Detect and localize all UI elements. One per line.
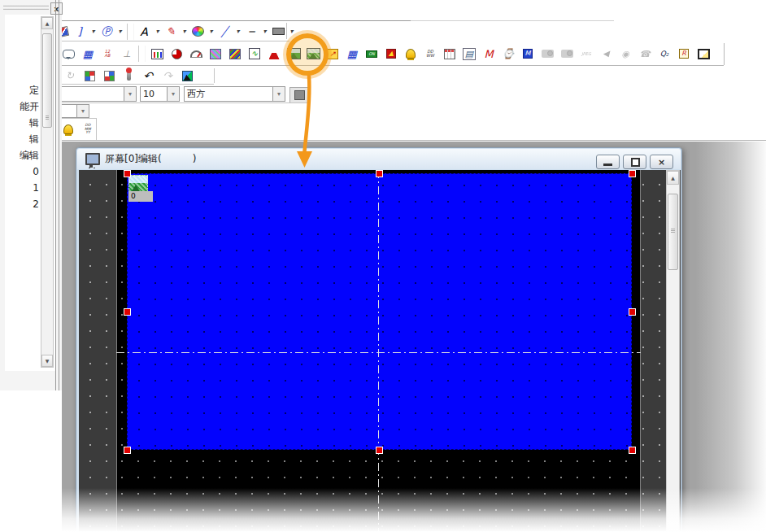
pin-button[interactable] bbox=[119, 66, 138, 85]
xy-plot-button[interactable]: ↗ bbox=[323, 44, 342, 63]
sidebar-item[interactable]: 0 bbox=[5, 164, 39, 180]
selection-handle[interactable] bbox=[629, 309, 635, 315]
group-button[interactable] bbox=[80, 66, 99, 85]
ruler-tool-button[interactable]: ] bbox=[72, 23, 88, 41]
date-week-button[interactable]: DD WW bbox=[420, 44, 440, 63]
panel-divider-2[interactable] bbox=[59, 0, 59, 390]
charset-caret-icon[interactable]: ▾ bbox=[272, 87, 285, 101]
canvas-vscrollbar[interactable]: ▲ bbox=[666, 170, 680, 531]
scroll-down-icon[interactable]: ▼ bbox=[41, 355, 53, 367]
flask-button[interactable] bbox=[264, 44, 284, 63]
meter-button[interactable] bbox=[186, 44, 206, 63]
keypad-display-button[interactable]: ▦ bbox=[78, 44, 98, 63]
recipe-box-button[interactable]: R bbox=[674, 44, 694, 63]
handset-button[interactable]: ☎ bbox=[635, 44, 655, 63]
rotate-right-button[interactable]: ↻ bbox=[60, 66, 80, 85]
selection-handle[interactable] bbox=[629, 171, 635, 177]
selection-handle[interactable] bbox=[124, 309, 130, 315]
image-2-button[interactable] bbox=[303, 44, 323, 63]
mail-part-button[interactable]: M bbox=[479, 44, 498, 63]
ascii-display-button[interactable]: 12 AB bbox=[98, 44, 117, 63]
font-name-caret-icon[interactable]: ▾ bbox=[124, 87, 136, 101]
selection-handle[interactable] bbox=[376, 171, 382, 177]
charset-combo[interactable]: 西方 ▾ bbox=[184, 86, 285, 102]
p-mark-tool-button[interactable]: Ⓟ bbox=[98, 23, 115, 41]
pattern-1-button[interactable] bbox=[206, 44, 225, 63]
dropdown-caret-icon[interactable]: ▾ bbox=[206, 23, 216, 41]
stopwatch-button[interactable]: ⌚ bbox=[498, 44, 518, 63]
canvas-scroll-up-icon[interactable]: ▲ bbox=[667, 171, 679, 185]
editor-titlebar[interactable]: 屏幕[0]编辑( ) × bbox=[77, 149, 681, 169]
close-button[interactable]: × bbox=[650, 155, 673, 169]
undo-button[interactable]: ↶ bbox=[138, 66, 158, 85]
dropdown-caret-icon[interactable]: ▾ bbox=[115, 23, 125, 41]
pen-tool-button[interactable]: ✎ bbox=[163, 23, 179, 41]
selected-element[interactable] bbox=[127, 173, 632, 450]
font-size-caret-icon[interactable]: ▾ bbox=[167, 87, 179, 101]
clamp-button[interactable]: ⊥ bbox=[117, 44, 137, 63]
bar-graph-button[interactable] bbox=[147, 44, 167, 63]
panel-grip2[interactable] bbox=[3, 8, 49, 10]
operator-button[interactable]: Q₂ bbox=[655, 44, 674, 63]
text-tool-button[interactable]: A bbox=[136, 23, 152, 41]
selection-handle[interactable] bbox=[376, 447, 382, 453]
sidebar-item[interactable]: 辑 bbox=[5, 131, 39, 147]
dropdown-caret-icon[interactable]: ▾ bbox=[259, 23, 270, 41]
palette-tool-button[interactable] bbox=[189, 23, 206, 41]
scrollbar-thumb[interactable] bbox=[42, 33, 52, 128]
alarm-display-button[interactable]: ▲ bbox=[381, 44, 401, 63]
dropdown-caret-icon[interactable]: ▾ bbox=[286, 23, 297, 41]
rect-tool-button[interactable] bbox=[270, 23, 286, 41]
dropdown-caret-icon[interactable]: ▾ bbox=[233, 23, 243, 41]
dropdown-caret-icon[interactable]: ▾ bbox=[152, 23, 163, 41]
toolbar-top-border bbox=[10, 20, 411, 21]
selection-handle[interactable] bbox=[629, 447, 635, 453]
image-object-icon[interactable] bbox=[128, 175, 148, 192]
sidebar-item[interactable]: 编辑 bbox=[5, 147, 39, 164]
speaker-button[interactable]: ◀ bbox=[596, 44, 616, 63]
notepad-button[interactable]: ▤ bbox=[459, 44, 479, 63]
font-size-combo[interactable]: 10 ▾ bbox=[140, 86, 180, 102]
trend-graph-button[interactable]: ∿ bbox=[245, 44, 264, 63]
panel-close-button[interactable]: x bbox=[50, 2, 63, 15]
selection-handle[interactable] bbox=[124, 171, 130, 177]
restore-button[interactable] bbox=[623, 155, 646, 169]
camera-button[interactable] bbox=[538, 44, 557, 63]
data-table-button[interactable]: ▦ bbox=[342, 44, 362, 63]
jpeg-button[interactable]: JPEG bbox=[577, 44, 596, 63]
calendar-button[interactable] bbox=[440, 44, 459, 63]
memory-card-button[interactable]: M bbox=[518, 44, 538, 63]
sidebar-item[interactable]: 1 bbox=[5, 180, 39, 196]
line-tool-button[interactable]: ╱ bbox=[216, 23, 233, 41]
hline-tool-button[interactable]: ─ bbox=[243, 23, 259, 41]
screen-select-caret-icon[interactable]: ▾ bbox=[76, 105, 89, 117]
redo-button[interactable]: ↷ bbox=[158, 66, 177, 85]
dropdown-caret-icon[interactable]: ▾ bbox=[179, 23, 189, 41]
select-part-button[interactable] bbox=[177, 66, 197, 85]
editor-canvas[interactable]: 0 ▲ bbox=[79, 170, 681, 531]
image-1-button[interactable] bbox=[284, 44, 303, 63]
font-color-button[interactable] bbox=[289, 87, 309, 103]
onoff-display-button[interactable]: ON bbox=[362, 44, 381, 63]
bell-alarm-button[interactable] bbox=[401, 44, 420, 63]
webcam-button[interactable]: ◉ bbox=[616, 44, 635, 63]
sidebar-item[interactable]: 2 bbox=[5, 196, 39, 212]
panel-grip[interactable] bbox=[3, 5, 49, 7]
date-quick-button[interactable]: DD MM YY bbox=[78, 120, 98, 139]
scroll-up-icon[interactable]: ▲ bbox=[41, 17, 53, 29]
minimize-button[interactable] bbox=[596, 155, 620, 169]
pie-graph-button[interactable] bbox=[167, 44, 186, 63]
canvas-scrollbar-thumb[interactable] bbox=[668, 194, 678, 270]
sidebar-item[interactable]: 能开 bbox=[5, 98, 39, 115]
projector-button[interactable] bbox=[557, 44, 577, 63]
pattern-2-button[interactable] bbox=[225, 44, 245, 63]
screen-list-scrollbar[interactable]: ▲ ▼ bbox=[41, 16, 54, 368]
sidebar-item[interactable]: 辑 bbox=[5, 115, 39, 131]
hline-tool-icon: ─ bbox=[248, 27, 254, 37]
dropdown-caret-icon[interactable]: ▾ bbox=[88, 23, 98, 41]
jpeg-icon: JPEG bbox=[581, 52, 591, 56]
sidebar-item[interactable]: 定 bbox=[5, 82, 39, 98]
ungroup-button[interactable] bbox=[99, 66, 119, 85]
selection-handle[interactable] bbox=[124, 447, 130, 453]
panel-part-button[interactable] bbox=[694, 44, 713, 63]
